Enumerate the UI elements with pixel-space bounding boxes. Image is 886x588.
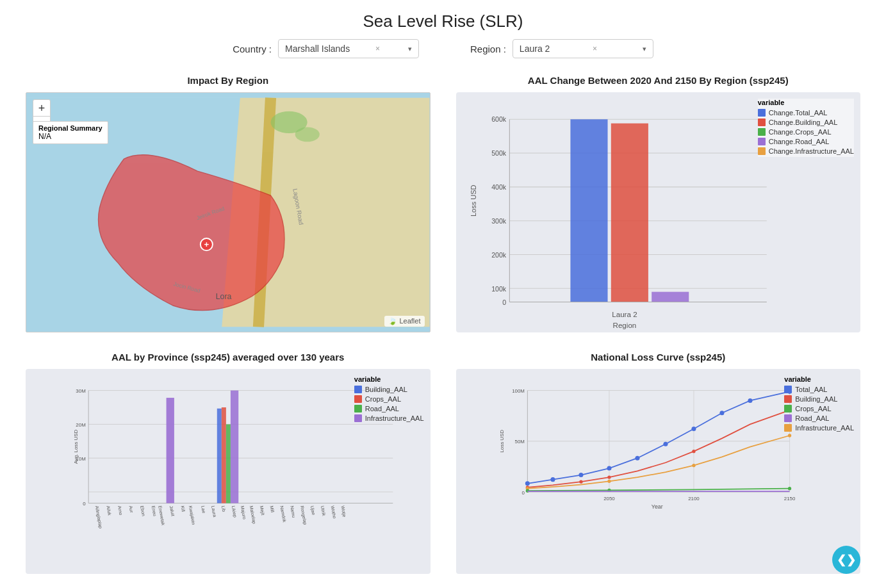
map-container[interactable]: + Lora Lagoon Road Jeirok Road Jocin Roa… [26, 92, 431, 332]
svg-text:Arno: Arno [117, 505, 123, 516]
zoom-in-button[interactable]: + [33, 100, 50, 117]
nl-legend-road: Road_AAL [784, 414, 854, 422]
svg-point-93 [663, 442, 668, 446]
svg-text:Namu: Namu [290, 505, 296, 518]
legend-infra-label: Change.Infrastructure_AAL [769, 147, 854, 155]
svg-text:Eneu: Eneu [151, 505, 158, 516]
svg-rect-46 [226, 424, 231, 503]
svg-text:Year: Year [651, 503, 662, 510]
svg-rect-47 [231, 391, 238, 503]
svg-text:Mill: Mill [270, 505, 275, 513]
legend-building-aal: Change.Building_AAL [758, 118, 854, 126]
svg-text:Rongelap: Rongelap [299, 505, 308, 525]
national-loss-title: National Loss Curve (ssp245) [456, 352, 861, 363]
svg-text:Lae: Lae [201, 505, 206, 514]
svg-point-104 [607, 480, 611, 483]
svg-text:Laura: Laura [211, 505, 217, 518]
svg-text:Wotje: Wotje [340, 505, 347, 518]
svg-text:30M: 30M [76, 388, 85, 394]
national-loss-section: National Loss Curve (ssp245) 100M 50M 0 … [443, 345, 874, 587]
province-legend-road: Road_AAL [354, 405, 424, 412]
svg-text:Ujae: Ujae [309, 505, 316, 516]
province-legend: variable Building_AAL Crops_AAL Road_AAL… [354, 375, 424, 424]
region-clear-icon[interactable]: × [593, 44, 597, 53]
svg-text:500k: 500k [491, 149, 507, 157]
svg-point-105 [692, 464, 695, 467]
province-legend-title: variable [354, 375, 424, 383]
svg-text:Region: Region [612, 321, 636, 329]
province-legend-infra: Infrastructure_AAL [354, 414, 424, 422]
svg-rect-45 [222, 407, 226, 503]
legend-crops-dot [758, 128, 766, 136]
country-dropdown[interactable]: Marshall Islands × ▾ [278, 39, 419, 58]
legend-title: variable [758, 99, 854, 106]
map-section: Impact By Region + Lora Lagoon Road Jeir… [13, 69, 443, 345]
svg-text:Laura 2: Laura 2 [612, 310, 637, 318]
svg-text:2050: 2050 [603, 496, 615, 502]
svg-point-94 [691, 427, 696, 431]
nav-prev-next-button[interactable]: ❮❯ [832, 546, 860, 574]
svg-text:200k: 200k [491, 251, 507, 259]
country-clear-icon[interactable]: × [375, 44, 380, 53]
national-loss-legend: variable Total_AAL Building_AAL Crops_AA… [784, 375, 854, 434]
aal-change-chart: Loss USD 600k 500k 400k 300k 200k 100k 0 [456, 92, 861, 332]
aal-change-section: AAL Change Between 2020 And 2150 By Regi… [443, 69, 874, 345]
aal-change-title: AAL Change Between 2020 And 2150 By Regi… [456, 75, 861, 86]
svg-point-109 [787, 487, 791, 490]
svg-text:Enewetak: Enewetak [158, 505, 165, 526]
region-value: Laura 2 [520, 44, 550, 54]
svg-point-88 [525, 481, 529, 486]
nl-legend-total: Total_AAL [784, 386, 854, 393]
svg-point-100 [607, 475, 611, 478]
svg-text:Kill: Kill [180, 505, 186, 512]
regional-summary-title: Regional Summary [38, 124, 103, 132]
svg-text:600k: 600k [491, 115, 507, 123]
legend-road-label: Change.Road_AAL [769, 138, 830, 145]
svg-point-96 [748, 398, 752, 403]
main-grid: Impact By Region + Lora Lagoon Road Jeir… [0, 69, 886, 587]
svg-text:Kwajalein: Kwajalein [188, 505, 196, 525]
svg-text:Ebon: Ebon [140, 505, 146, 516]
svg-rect-25 [570, 119, 607, 302]
svg-text:Avg. Loss USD: Avg. Loss USD [73, 430, 79, 464]
svg-text:0: 0 [83, 501, 86, 507]
svg-text:0: 0 [521, 490, 525, 496]
svg-text:20M: 20M [76, 422, 85, 428]
svg-text:100M: 100M [512, 388, 525, 394]
svg-point-106 [787, 434, 791, 437]
province-section: AAL by Province (ssp245) averaged over 1… [13, 345, 443, 587]
svg-rect-44 [217, 409, 222, 503]
svg-text:Utirik: Utirik [320, 505, 327, 516]
svg-text:Wotho: Wotho [331, 505, 337, 519]
province-legend-crops: Crops_AAL [354, 395, 424, 403]
svg-text:400k: 400k [491, 183, 507, 191]
svg-point-91 [607, 466, 611, 471]
svg-point-10 [295, 127, 320, 142]
controls-row: Country : Marshall Islands × ▾ Region : … [0, 39, 886, 69]
legend-infra-aal: Change.Infrastructure_AAL [758, 147, 854, 155]
legend-crops-aal: Change.Crops_AAL [758, 128, 854, 136]
svg-text:+: + [204, 240, 209, 249]
svg-point-90 [578, 473, 583, 477]
region-control: Region : Laura 2 × ▾ [470, 39, 653, 58]
svg-text:Maloelap: Maloelap [249, 505, 257, 525]
svg-text:Namdrik: Namdrik [279, 505, 287, 523]
region-dropdown-arrow-icon: ▾ [643, 45, 646, 53]
nl-legend-building: Building_AAL [784, 395, 854, 403]
national-loss-legend-title: variable [784, 375, 854, 383]
leaflet-badge: 🍃 Leaflet [384, 316, 424, 327]
country-value: Marshall Islands [285, 44, 350, 54]
province-chart: 30M 20M 10M 0 Avg. Loss USD A [26, 369, 431, 574]
region-dropdown[interactable]: Laura 2 × ▾ [513, 39, 653, 58]
svg-text:50M: 50M [514, 439, 524, 445]
svg-text:2100: 2100 [688, 496, 700, 502]
svg-rect-26 [611, 124, 648, 302]
legend-road-dot [758, 138, 766, 145]
country-label: Country : [233, 44, 272, 54]
country-control: Country : Marshall Islands × ▾ [233, 39, 419, 58]
regional-summary-value: N/A [38, 132, 103, 141]
svg-text:Mejit: Mejit [259, 505, 265, 516]
national-loss-chart: 100M 50M 0 2050 2100 2150 Loss USD Year [456, 369, 861, 574]
svg-rect-27 [652, 292, 689, 302]
svg-text:Loss USD: Loss USD [498, 430, 504, 453]
